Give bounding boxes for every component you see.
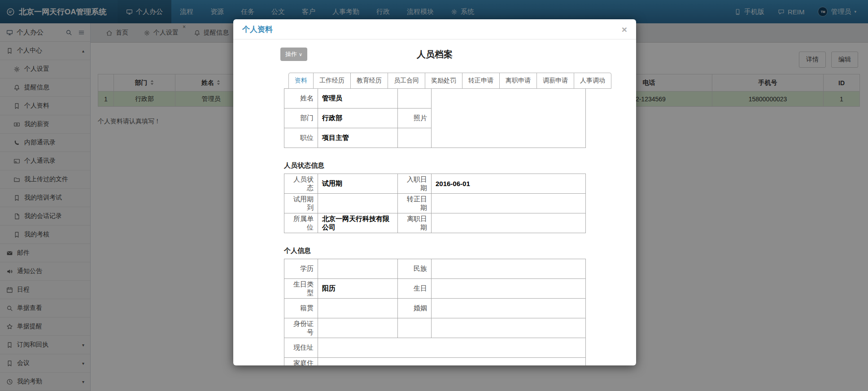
operations-dropdown-button[interactable]: 操作 ∨ (280, 48, 307, 61)
field-value: 项目主管 (318, 128, 398, 148)
field-label: 生日类型 (284, 279, 318, 299)
field-label: 学历 (284, 259, 318, 279)
form-row: 姓名管理员 (284, 89, 586, 109)
field-label: 姓名 (284, 89, 318, 109)
field-label: 离职日期 (398, 213, 432, 233)
field-label: 身份证号 (284, 318, 318, 338)
profile-tab-3[interactable]: 员工合同 (388, 73, 425, 89)
field-label: 部门 (284, 109, 318, 128)
field-label: 民族 (398, 259, 432, 279)
modal-toolbar: 操作 ∨ 人员档案 (284, 48, 585, 61)
form-row: 所属单位北京一网天行科技有限公司离职日期 (284, 213, 586, 233)
profile-tab-7[interactable]: 调薪申请 (537, 73, 574, 89)
photo-cell (432, 89, 586, 148)
form-row: 试用期到转正日期 (284, 194, 586, 213)
form-row: 家庭住址 (284, 358, 586, 366)
modal-close-button[interactable]: × (622, 25, 627, 34)
section-title: 个人信息 (284, 247, 585, 255)
profile-tab-6[interactable]: 离职申请 (499, 73, 537, 89)
field-value (432, 259, 586, 279)
field-value: 行政部 (318, 109, 398, 128)
field-label: 生日 (398, 279, 432, 299)
profile-tab-5[interactable]: 转正申请 (462, 73, 500, 89)
field-value: 试用期 (318, 174, 398, 194)
personal-profile-modal: 个人资料 × 操作 ∨ 人员档案 资料工作经历教育经历员工合同奖励处罚转正申请离… (233, 19, 636, 365)
field-label: 人员状态 (284, 174, 318, 194)
form-row: 现住址 (284, 338, 586, 358)
form-wrap: 操作 ∨ 人员档案 资料工作经历教育经历员工合同奖励处罚转正申请离职申请调薪申请… (284, 48, 585, 365)
field-label: 现住址 (284, 338, 318, 358)
field-label (398, 89, 432, 109)
field-value (318, 318, 398, 338)
form-row: 人员状态试用期入职日期2016-06-01 (284, 174, 586, 194)
form-row: 学历民族 (284, 259, 586, 279)
profile-tab-8[interactable]: 人事调动 (574, 73, 611, 89)
field-value: 管理员 (318, 89, 398, 109)
form-row: 身份证号 (284, 318, 586, 338)
field-value: 北京一网天行科技有限公司 (318, 213, 398, 233)
basic-info-table: 姓名管理员部门行政部照片职位项目主管 (284, 88, 586, 148)
field-value (432, 194, 586, 213)
section-table: 学历民族生日类型阳历生日籍贯婚姻身份证号现住址家庭住址 (284, 259, 586, 365)
field-label: 试用期到 (284, 194, 318, 213)
field-label: 婚姻 (398, 299, 432, 318)
field-value (432, 279, 586, 299)
operations-label: 操作 (285, 50, 297, 58)
field-label (398, 318, 432, 338)
field-label: 职位 (284, 128, 318, 148)
field-label: 入职日期 (398, 174, 432, 194)
modal-title: 个人资料 (242, 24, 273, 35)
profile-tab-1[interactable]: 工作经历 (313, 73, 351, 89)
profile-tab-4[interactable]: 奖励处罚 (425, 73, 462, 89)
field-value: 阳历 (318, 279, 398, 299)
field-label (398, 128, 432, 148)
field-label: 转正日期 (398, 194, 432, 213)
field-value (432, 213, 586, 233)
photo-label: 照片 (398, 109, 432, 128)
profile-tab-2[interactable]: 教育经历 (350, 73, 388, 89)
screen: 北京一网天行OA管理系统 个人办公流程资源任务公文客户人事考勤行政流程模块系统 … (0, 0, 868, 391)
field-label: 所属单位 (284, 213, 318, 233)
form-row: 生日类型阳历生日 (284, 279, 586, 299)
field-value (318, 338, 586, 358)
field-value (318, 259, 398, 279)
field-value (432, 318, 586, 338)
field-value (432, 299, 586, 318)
field-value (318, 299, 398, 318)
profile-tabs: 资料工作经历教育经历员工合同奖励处罚转正申请离职申请调薪申请人事调动 (288, 73, 585, 89)
modal-header: 个人资料 × (233, 19, 636, 39)
section-table: 人员状态试用期入职日期2016-06-01试用期到转正日期所属单位北京一网天行科… (284, 174, 586, 233)
profile-tab-0[interactable]: 资料 (288, 73, 314, 89)
document-title: 人员档案 (284, 48, 585, 61)
caret-down-icon: ∨ (299, 52, 302, 57)
field-label: 家庭住址 (284, 358, 318, 366)
form-sections: 人员状态信息人员状态试用期入职日期2016-06-01试用期到转正日期所属单位北… (284, 161, 585, 365)
field-value (318, 358, 586, 366)
field-label: 籍贯 (284, 299, 318, 318)
section-title: 人员状态信息 (284, 161, 585, 170)
field-value (318, 194, 398, 213)
field-value: 2016-06-01 (432, 174, 586, 194)
modal-body: 操作 ∨ 人员档案 资料工作经历教育经历员工合同奖励处罚转正申请离职申请调薪申请… (233, 39, 636, 365)
form-row: 籍贯婚姻 (284, 299, 586, 318)
